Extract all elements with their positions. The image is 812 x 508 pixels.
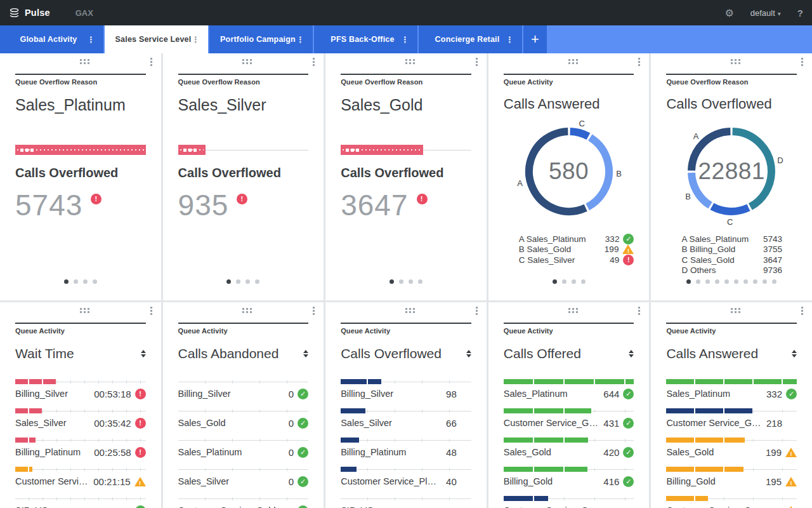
add-tab-button[interactable]: + bbox=[523, 25, 547, 53]
widget-menu-icon[interactable] bbox=[476, 307, 478, 309]
list-row[interactable]: Sales_Platinum0✓ bbox=[178, 438, 309, 458]
list-row[interactable]: Customer Service_Gold431✓ bbox=[504, 408, 634, 429]
list-row[interactable]: Billing_Gold416✓ bbox=[504, 467, 634, 487]
profile-dropdown[interactable]: default▾ bbox=[750, 8, 781, 18]
list-row[interactable]: Billing_Platinum48 bbox=[341, 438, 471, 458]
pagination-dot[interactable] bbox=[553, 279, 557, 284]
list-row[interactable]: Billing_Silver00:53:18! bbox=[15, 379, 146, 399]
pagination-dot[interactable] bbox=[696, 279, 700, 284]
list-row[interactable]: Billing_Platinum00:25:58! bbox=[15, 438, 146, 458]
tab-menu-icon[interactable]: ⋮ bbox=[296, 35, 304, 44]
pagination-dot[interactable] bbox=[390, 279, 394, 284]
widget-menu-icon[interactable] bbox=[638, 58, 640, 60]
tab-pfs-back-office[interactable]: PFS Back-Office⋮ bbox=[314, 25, 417, 53]
widget-type-label: Queue Activity bbox=[504, 327, 634, 335]
drag-handle-icon[interactable] bbox=[242, 308, 244, 309]
list-row[interactable]: Customer Service_Silver107! bbox=[666, 496, 797, 508]
pagination-dot[interactable] bbox=[226, 279, 231, 284]
list-row[interactable]: Billing_Silver98 bbox=[341, 379, 471, 399]
tab-menu-icon[interactable]: ⋮ bbox=[506, 35, 514, 44]
tab-concierge-retail[interactable]: Concierge Retail⋮ bbox=[419, 25, 522, 53]
list-row[interactable]: Billing_Gold195! bbox=[666, 467, 797, 487]
widget-menu-icon[interactable] bbox=[801, 58, 803, 60]
pagination-dot[interactable] bbox=[83, 279, 88, 284]
row-meta: Billing_Platinum48 bbox=[341, 446, 471, 458]
widget-menu-icon[interactable] bbox=[150, 58, 152, 60]
pagination-dot[interactable] bbox=[686, 279, 691, 284]
pulse-logo[interactable]: Pulse bbox=[9, 8, 50, 18]
sort-toggle-icon[interactable] bbox=[303, 350, 308, 358]
list-row[interactable]: Sales_Gold420✓ bbox=[504, 438, 634, 458]
nav-gax-link[interactable]: GAX bbox=[75, 8, 93, 18]
drag-handle-icon[interactable] bbox=[731, 59, 732, 60]
tab-menu-icon[interactable]: ⋮ bbox=[192, 35, 200, 44]
drag-handle-icon[interactable] bbox=[80, 59, 81, 60]
pagination-dot[interactable] bbox=[409, 279, 413, 284]
list-row[interactable]: Sales_Silver00:35:42! bbox=[15, 408, 146, 429]
tab-portfolio-campaign[interactable]: Portfolio Campaign⋮ bbox=[209, 25, 313, 53]
pagination-dot[interactable] bbox=[93, 279, 97, 284]
queue-rows: Billing_Silver00:53:18!Sales_Silver00:35… bbox=[15, 379, 146, 508]
list-row[interactable]: Sales_Gold199! bbox=[666, 438, 797, 458]
pagination-dot[interactable] bbox=[572, 279, 576, 284]
drag-handle-icon[interactable] bbox=[405, 308, 407, 309]
pagination-dot[interactable] bbox=[753, 279, 757, 284]
pagination-dot[interactable] bbox=[705, 279, 710, 284]
tab-global-activity[interactable]: Global Activity⋮ bbox=[0, 25, 103, 53]
drag-handle-icon[interactable] bbox=[568, 308, 570, 309]
pagination-dot[interactable] bbox=[64, 279, 69, 284]
list-row[interactable]: SIP_VQ0 bbox=[341, 496, 471, 508]
drag-handle-icon[interactable] bbox=[242, 59, 244, 60]
pagination-dot[interactable] bbox=[772, 279, 776, 284]
row-bar-track bbox=[178, 379, 309, 384]
pagination-dot[interactable] bbox=[255, 279, 259, 284]
pagination-dot[interactable] bbox=[724, 279, 729, 284]
row-bar-track bbox=[15, 438, 146, 443]
help-button[interactable]: ? bbox=[797, 8, 803, 18]
list-row[interactable]: Sales_Silver0✓ bbox=[178, 467, 309, 487]
widget-menu-icon[interactable] bbox=[638, 307, 640, 309]
drag-handle-icon[interactable] bbox=[80, 308, 81, 309]
list-row[interactable]: Customer Service_Gold218 bbox=[666, 408, 797, 429]
queue-name: Customer Service_Silver bbox=[666, 505, 761, 508]
list-row[interactable]: Customer Service_Gold0✓ bbox=[178, 496, 309, 508]
queue-value: 107 bbox=[766, 505, 782, 508]
widget-menu-icon[interactable] bbox=[313, 307, 315, 309]
list-row[interactable]: SIP_VQ00:00:00✓ bbox=[15, 496, 146, 508]
pagination-dot[interactable] bbox=[581, 279, 586, 284]
pagination-dot[interactable] bbox=[418, 279, 422, 284]
drag-handle-icon[interactable] bbox=[568, 59, 570, 60]
queue-rows: Billing_Silver98Sales_Silver66Billing_Pl… bbox=[341, 379, 471, 508]
widget-menu-icon[interactable] bbox=[150, 307, 152, 309]
widget-menu-icon[interactable] bbox=[313, 58, 315, 60]
list-row[interactable]: Billing_Silver0✓ bbox=[178, 379, 309, 399]
tab-menu-icon[interactable]: ⋮ bbox=[87, 35, 95, 44]
list-row[interactable]: Sales_Platinum644✓ bbox=[504, 379, 634, 399]
list-row[interactable]: Sales_Silver66 bbox=[341, 408, 471, 429]
pagination-dot[interactable] bbox=[399, 279, 403, 284]
list-row[interactable]: Sales_Gold0✓ bbox=[178, 408, 309, 429]
widget-menu-icon[interactable] bbox=[801, 307, 803, 309]
pagination-dot[interactable] bbox=[743, 279, 748, 284]
widget-menu-icon[interactable] bbox=[476, 58, 478, 60]
pagination-dot[interactable] bbox=[236, 279, 240, 284]
pagination-dot[interactable] bbox=[715, 279, 719, 284]
list-row[interactable]: Sales_Platinum332✓ bbox=[666, 379, 797, 399]
list-row[interactable]: Customer Service_Silver218 bbox=[504, 496, 634, 508]
pagination-dot[interactable] bbox=[74, 279, 78, 284]
pagination-dot[interactable] bbox=[246, 279, 250, 284]
settings-gear-icon[interactable]: ⚙ bbox=[724, 7, 733, 19]
drag-handle-icon[interactable] bbox=[405, 59, 407, 60]
sort-toggle-icon[interactable] bbox=[141, 350, 146, 358]
list-row[interactable]: Customer Service_Platinum40 bbox=[341, 467, 471, 487]
sort-toggle-icon[interactable] bbox=[466, 350, 471, 358]
tab-sales-service-level[interactable]: Sales Service Level⋮ bbox=[105, 25, 208, 53]
sort-toggle-icon[interactable] bbox=[792, 350, 797, 358]
list-row[interactable]: Customer Service_Pla...00:21:15! bbox=[15, 467, 146, 487]
tab-menu-icon[interactable]: ⋮ bbox=[401, 35, 409, 44]
pagination-dot[interactable] bbox=[734, 279, 738, 284]
drag-handle-icon[interactable] bbox=[731, 308, 732, 309]
sort-toggle-icon[interactable] bbox=[629, 350, 634, 358]
pagination-dot[interactable] bbox=[562, 279, 566, 284]
pagination-dot[interactable] bbox=[763, 279, 767, 284]
